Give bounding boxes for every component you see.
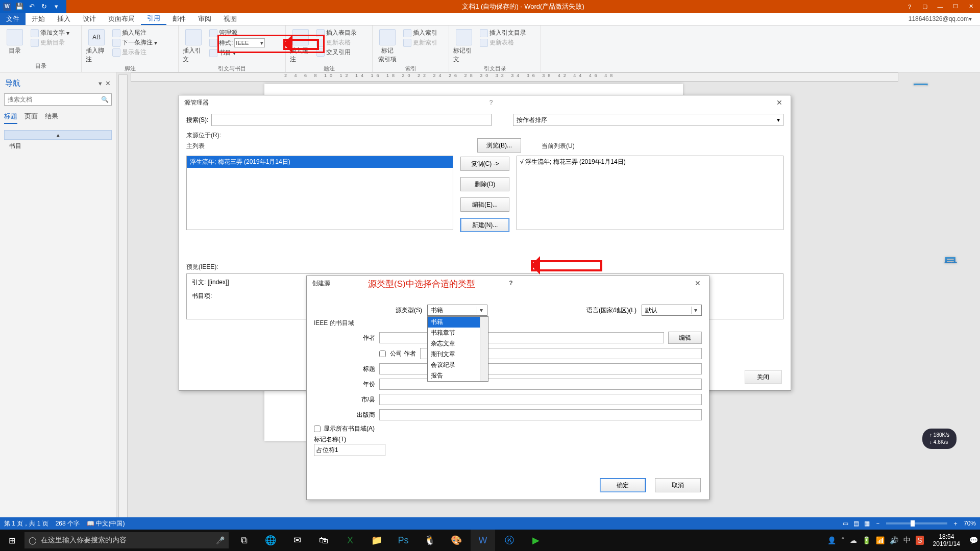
srcmgr-close-button[interactable]: 关闭: [745, 370, 781, 384]
sogou-icon[interactable]: S: [916, 536, 923, 545]
excel-icon[interactable]: X: [338, 530, 362, 551]
tab-design[interactable]: 设计: [77, 13, 102, 25]
ribbon-opts-icon[interactable]: ▢: [918, 2, 932, 12]
srcmgr-help-icon[interactable]: ?: [489, 99, 493, 106]
tab-view[interactable]: 视图: [217, 13, 243, 25]
nav-search-input[interactable]: [5, 94, 98, 105]
insert-toa-button[interactable]: 插入引文目录: [479, 28, 527, 38]
search-icon[interactable]: 🔍: [98, 94, 111, 105]
nav-close-icon[interactable]: ✕: [105, 80, 111, 87]
srcmgr-current-list[interactable]: √ 浮生流年; 梅花三弄 (2019年1月14日): [517, 156, 783, 230]
status-page[interactable]: 第 1 页，共 1 页: [4, 519, 48, 528]
create-edit-button[interactable]: 编辑: [668, 332, 702, 344]
srcmgr-delete-button[interactable]: 删除(D): [460, 177, 509, 191]
dd-item[interactable]: 报告: [428, 370, 488, 381]
mark-citation-button[interactable]: 标记引文: [452, 28, 476, 65]
list-item[interactable]: √ 浮生流年; 梅花三弄 (2019年1月14日): [517, 156, 783, 168]
zoom-in-icon[interactable]: ＋: [952, 519, 959, 528]
tree-collapse-bar[interactable]: ▴: [4, 130, 112, 140]
tab-file[interactable]: 文件: [0, 13, 26, 25]
create-lang-combo[interactable]: 默认▾: [642, 305, 702, 316]
insert-footnote-button[interactable]: AB插入脚注: [85, 28, 108, 65]
maximize-icon[interactable]: ☐: [948, 2, 963, 12]
insert-index-button[interactable]: 插入索引: [402, 28, 438, 38]
nav-tab-results[interactable]: 结果: [45, 112, 58, 124]
store-icon[interactable]: 🛍: [311, 530, 336, 551]
close-icon[interactable]: ✕: [964, 2, 978, 12]
edge-icon[interactable]: 🌐: [258, 530, 283, 551]
create-close-icon[interactable]: ✕: [692, 279, 704, 287]
account-label[interactable]: 1186461326@qq.com ▾: [909, 13, 980, 25]
tab-layout[interactable]: 页面布局: [102, 13, 141, 25]
status-words[interactable]: 268 个字: [56, 519, 80, 528]
zoom-out-icon[interactable]: －: [875, 519, 881, 528]
toc-button[interactable]: 目录: [3, 28, 27, 56]
help-icon[interactable]: ?: [902, 2, 917, 12]
srcmgr-master-list[interactable]: 浮生流年; 梅花三弄 (2019年1月14日): [186, 156, 453, 230]
ime-icon[interactable]: 中: [903, 536, 911, 545]
create-city-input[interactable]: [379, 394, 702, 405]
minimize-icon[interactable]: ―: [933, 2, 947, 12]
srcmgr-close-icon[interactable]: ✕: [773, 98, 786, 107]
onedrive-icon[interactable]: ☁: [850, 536, 857, 544]
create-publisher-input[interactable]: [379, 409, 702, 420]
dd-item[interactable]: 会议纪录: [428, 360, 488, 370]
view-print-icon[interactable]: ▤: [853, 520, 859, 527]
taskbar-clock[interactable]: 18:542019/1/14: [929, 533, 964, 547]
create-srctype-combo[interactable]: 书籍▾ 书籍 书籍章节 杂志文章 期刊文章 会议纪录 报告: [427, 305, 487, 316]
tab-mailings[interactable]: 邮件: [166, 13, 192, 25]
srcmgr-search-input[interactable]: [211, 114, 492, 126]
srcmgr-copy-button[interactable]: 复制(C) ->: [460, 157, 509, 171]
nav-search[interactable]: 🔍: [4, 93, 112, 106]
tray-up-icon[interactable]: ˄: [841, 536, 845, 544]
create-corp-checkbox[interactable]: [379, 350, 386, 357]
nav-tab-pages[interactable]: 页面: [24, 112, 38, 124]
redo-icon[interactable]: ↻: [40, 3, 48, 11]
explorer-icon[interactable]: 📁: [364, 530, 389, 551]
zoom-level[interactable]: 70%: [964, 520, 976, 527]
mail-icon[interactable]: ✉: [285, 530, 309, 551]
dd-item[interactable]: 期刊文章: [428, 349, 488, 360]
dropdown-scrollbar[interactable]: [480, 317, 488, 381]
nav-tab-headings[interactable]: 标题: [4, 112, 17, 124]
kugou-icon[interactable]: Ⓚ: [497, 530, 522, 551]
srcmgr-browse-button[interactable]: 浏览(B)...: [477, 138, 521, 153]
start-button[interactable]: ⊞: [0, 530, 23, 551]
qq-icon[interactable]: 🐧: [418, 530, 442, 551]
add-text-button[interactable]: 添加文字 ▾: [30, 28, 70, 38]
dd-item[interactable]: 杂志文章: [428, 338, 488, 349]
notification-icon[interactable]: 💬: [969, 536, 978, 544]
battery-icon[interactable]: 🔋: [862, 536, 871, 544]
srcmgr-sort-combo[interactable]: 按作者排序▾: [513, 114, 783, 126]
next-footnote-button[interactable]: 下一条脚注 ▾: [111, 38, 158, 47]
zoom-slider[interactable]: [886, 522, 947, 524]
list-item[interactable]: 浮生流年; 梅花三弄 (2019年1月14日): [187, 156, 453, 168]
srctype-dropdown[interactable]: 书籍 书籍章节 杂志文章 期刊文章 会议纪录 报告: [427, 316, 488, 382]
srcmgr-new-button[interactable]: 新建(N)...: [460, 218, 509, 232]
tab-home[interactable]: 开始: [26, 13, 51, 25]
people-icon[interactable]: 👤: [827, 536, 836, 544]
tab-references[interactable]: 引用: [141, 13, 166, 25]
create-tagname-input[interactable]: [314, 444, 385, 456]
create-ok-button[interactable]: 确定: [600, 478, 646, 492]
create-help-icon[interactable]: ?: [509, 280, 512, 287]
save-icon[interactable]: 💾: [15, 3, 23, 11]
tree-item-bibliography[interactable]: 书目: [4, 140, 112, 153]
tab-insert[interactable]: 插入: [51, 13, 77, 25]
qat-more-icon[interactable]: ▾: [52, 3, 60, 11]
taskbar-search[interactable]: ◯ 在这里输入你要搜索的内容 🎤: [24, 532, 229, 548]
mic-icon[interactable]: 🎤: [216, 536, 225, 544]
dd-item[interactable]: 书籍: [428, 317, 488, 328]
wifi-icon[interactable]: 📶: [876, 536, 885, 544]
create-author-input[interactable]: [379, 332, 664, 343]
undo-icon[interactable]: ↶: [28, 3, 36, 11]
tab-review[interactable]: 审阅: [192, 13, 217, 25]
iqiyi-icon[interactable]: ▶: [524, 530, 548, 551]
create-showall-checkbox[interactable]: [314, 425, 321, 432]
insert-citation-button[interactable]: 插入引文: [182, 28, 205, 65]
paint-icon[interactable]: 🎨: [444, 530, 469, 551]
status-lang[interactable]: 📖 中文(中国): [87, 519, 125, 528]
volume-icon[interactable]: 🔊: [890, 536, 898, 544]
mark-index-button[interactable]: 标记索引项: [376, 28, 399, 65]
view-read-icon[interactable]: ▭: [843, 520, 848, 527]
